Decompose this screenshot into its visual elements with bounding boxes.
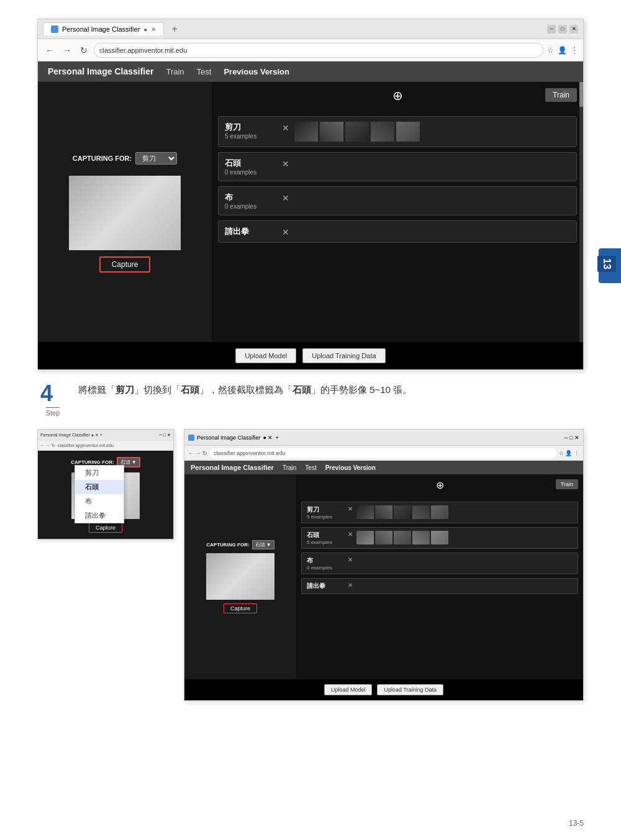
class-remove-paper[interactable]: ✕ <box>282 193 289 203</box>
scrollbar[interactable] <box>579 82 583 342</box>
step-number-container: 4 Step <box>37 382 68 417</box>
add-class-button[interactable]: ⊕ <box>392 88 403 103</box>
small-win-controls: ─ □ ✕ <box>159 433 171 438</box>
class-remove-please[interactable]: ✕ <box>282 227 289 237</box>
right-class-remove-please[interactable]: ✕ <box>348 582 353 589</box>
step-label-rock: 石頭 <box>181 384 199 395</box>
dropdown-item-please[interactable]: 請出拳 <box>75 508 124 523</box>
browser-icons: ☆ 👤 ⋮ <box>547 46 578 55</box>
step-number: 4 <box>40 382 65 405</box>
scroll-thumb <box>579 82 583 107</box>
right-tab-title: Personal Image Classifier <box>197 435 261 441</box>
right-address-box[interactable]: classifier.appinventor.mit.edu <box>210 448 556 458</box>
class-info-please: 請出拳 <box>225 226 274 237</box>
small-capture-button[interactable]: Capture <box>89 523 122 533</box>
back-button[interactable]: ← <box>43 44 57 56</box>
tab-title: Personal Image Classifier <box>62 25 140 33</box>
dropdown-item-paper[interactable]: 布 <box>75 494 124 508</box>
class-count-scissors: 5 examples <box>225 133 274 140</box>
step-label: Step <box>46 407 60 417</box>
class-info-rock: 石頭 0 examples <box>225 158 274 176</box>
app-title: Personal Image Classifier <box>48 66 153 76</box>
class-remove-scissors[interactable]: ✕ <box>282 123 289 133</box>
right-capture-button[interactable]: Capture <box>224 603 257 613</box>
browser-addressbar: ← → ↻ classifier.appinventor.mit.edu ☆ 👤… <box>38 39 583 61</box>
top-screenshot: Personal Image Classifier ● ✕ + ─ □ ✕ ← … <box>37 19 584 370</box>
small-addrbar: ← → ↻ classifier.appinventor.mit.edu <box>38 441 173 451</box>
browser-tab[interactable]: Personal Image Classifier ● ✕ <box>43 22 164 35</box>
tab-close-icon[interactable]: ● <box>143 26 147 33</box>
right-address-text: classifier.appinventor.mit.edu <box>214 450 286 456</box>
address-box[interactable]: classifier.appinventor.mit.edu <box>94 43 543 58</box>
right-new-tab[interactable]: + <box>275 435 278 441</box>
right-nav-previous[interactable]: Previous Version <box>325 464 376 471</box>
nav-previous-version[interactable]: Previous Version <box>224 67 289 76</box>
class-name-paper: 布 <box>225 192 274 203</box>
small-titlebar: Personal Image Classifier ● ✕ + ─ □ ✕ <box>38 430 173 441</box>
right-win-controls: ─ □ ✕ <box>564 435 579 441</box>
right-class-remove-paper[interactable]: ✕ <box>348 556 353 563</box>
step-text: 將標籤「剪刀」切換到「石頭」，然後截取標籤為「石頭」的手勢影像 5~10 張。 <box>78 382 584 397</box>
capture-button[interactable]: Capture <box>99 256 151 273</box>
small-nav: ← → ↻ <box>40 443 55 448</box>
right-thumb-s4 <box>412 505 430 519</box>
close-button[interactable]: ✕ <box>569 25 578 34</box>
side-tab: 13 人工智慧 PC 元件—猜拳辨識器 <box>599 248 621 283</box>
class-remove-rock[interactable]: ✕ <box>282 159 289 169</box>
thumb-2 <box>320 122 343 142</box>
label-dropdown[interactable]: 剪刀 石頭 布 請出拳 <box>135 152 177 165</box>
nav-test[interactable]: Test <box>197 67 212 76</box>
minimize-button[interactable]: ─ <box>547 25 556 34</box>
address-text: classifier.appinventor.mit.edu <box>99 47 187 54</box>
class-info-paper: 布 0 examples <box>225 192 274 210</box>
right-capturing-label: CAPTURING FOR: 石頭 ▼ <box>206 540 274 549</box>
menu-icon[interactable]: ⋮ <box>571 46 578 55</box>
forward-button[interactable]: → <box>60 44 74 56</box>
right-class-remove-rock[interactable]: ✕ <box>348 531 353 538</box>
upload-training-button[interactable]: Upload Training Data <box>302 348 385 363</box>
right-class-name-scissors: 剪刀 <box>307 505 344 514</box>
capturing-label: CAPTURING FOR: 剪刀 石頭 布 請出拳 <box>73 152 177 165</box>
right-class-please: 請出拳 ✕ <box>301 578 578 594</box>
restore-button[interactable]: □ <box>558 25 567 34</box>
dropdown-item-rock[interactable]: 石頭 <box>75 480 124 494</box>
right-class-paper: 布 0 examples ✕ <box>301 553 578 574</box>
step4-section: 4 Step 將標籤「剪刀」切換到「石頭」，然後截取標籤為「石頭」的手勢影像 5… <box>37 382 584 417</box>
right-tab-close[interactable]: ● ✕ <box>263 435 273 441</box>
nav-train[interactable]: Train <box>166 67 184 76</box>
reload-button[interactable]: ↻ <box>78 44 90 56</box>
class-info-scissors: 剪刀 5 examples <box>225 122 274 140</box>
bookmark-icon[interactable]: ☆ <box>547 46 554 55</box>
right-upload-training-button[interactable]: Upload Training Data <box>377 684 443 695</box>
thumb-4 <box>371 122 394 142</box>
right-nav-train[interactable]: Train <box>283 464 296 471</box>
side-tab-number: 13 <box>597 256 616 272</box>
window-controls: ─ □ ✕ <box>547 25 578 34</box>
right-nav-icons: ← → ↻ <box>188 450 207 456</box>
tab-favicon <box>51 25 58 33</box>
app-header: Personal Image Classifier Train Test Pre… <box>38 61 583 81</box>
right-classes-panel: ⊕ Train 剪刀 5 examples ✕ <box>296 474 583 679</box>
right-upload-model-button[interactable]: Upload Model <box>324 684 373 695</box>
camera-preview <box>69 176 181 250</box>
right-class-info-rock: 石頭 5 examples <box>307 531 344 545</box>
right-class-remove-scissors[interactable]: ✕ <box>348 505 353 512</box>
right-add-class-button[interactable]: ⊕ <box>436 479 444 491</box>
tab-x-icon[interactable]: ✕ <box>151 26 156 33</box>
new-tab-button[interactable]: + <box>166 24 182 35</box>
right-class-info-scissors: 剪刀 5 examples <box>307 505 344 520</box>
dropdown-item-scissors[interactable]: 剪刀 <box>75 466 124 480</box>
page-number: 13-5 <box>569 819 584 828</box>
right-thumb-r5 <box>431 531 448 544</box>
step-label-rock2: 石頭 <box>292 384 311 395</box>
right-tab-favicon <box>188 435 194 441</box>
account-icon[interactable]: 👤 <box>558 46 567 55</box>
upload-model-button[interactable]: Upload Model <box>235 348 296 363</box>
right-thumb-s2 <box>375 505 392 519</box>
right-train-button[interactable]: Train <box>556 479 578 489</box>
right-class-info-please: 請出拳 <box>307 582 344 590</box>
right-nav-test[interactable]: Test <box>305 464 316 471</box>
train-button[interactable]: Train <box>545 88 577 102</box>
right-label-dropdown[interactable]: 石頭 ▼ <box>252 540 274 549</box>
right-capturing-text: CAPTURING FOR: <box>206 542 249 548</box>
